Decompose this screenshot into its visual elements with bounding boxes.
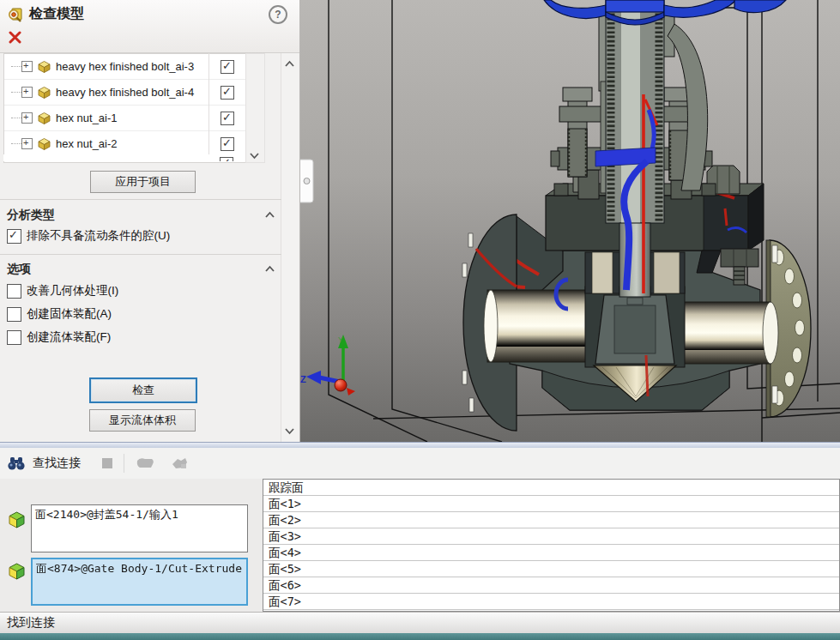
solid-body-icon	[7, 561, 27, 581]
expand-icon[interactable]	[21, 112, 33, 124]
tree-scrollbar[interactable]	[245, 53, 265, 163]
scroll-up-icon[interactable]	[284, 60, 295, 68]
option-row: 创建固体装配(A)	[7, 305, 264, 323]
option-checkbox[interactable]	[7, 229, 21, 244]
tree-row-partial	[3, 154, 245, 161]
face-selection-box[interactable]: 面<874>@Gate Body-1/Cut-Extrude	[31, 558, 248, 606]
flip-disabled-icon	[169, 456, 190, 471]
app-window: 检查模型 ?	[0, 0, 840, 640]
component-label: heavy hex finished bolt_ai-3	[56, 60, 194, 73]
option-label: 创建固体装配(A)	[27, 306, 112, 322]
tree-connector	[11, 92, 21, 93]
options-section-title: 选项	[7, 262, 31, 277]
scroll-down-icon[interactable]	[284, 427, 295, 435]
divider	[0, 254, 281, 255]
find-connections-toolbar: 查找连接	[0, 448, 840, 480]
find-connections-title: 查找连接	[33, 456, 81, 471]
isolate-disabled-icon	[135, 456, 157, 471]
triad-y-label: Y	[338, 335, 343, 344]
collapse-chevron-icon[interactable]	[264, 211, 275, 219]
tracking-face-row[interactable]: 面<3>	[263, 528, 839, 545]
component-tree: heavy hex finished bolt_ai-3 heavy hex	[3, 53, 246, 163]
tracking-face-list: 面<1> 面<2> 面<3> 面<4> 面<5> 面<6> 面<7>	[263, 496, 839, 610]
tracking-faces-pane: 跟踪面 面<1> 面<2> 面<3> 面<4> 面<5> 面<6> 面<7>	[263, 479, 840, 612]
part-icon	[37, 136, 51, 151]
tree-row[interactable]: hex nut_ai-1	[4, 106, 246, 131]
close-button[interactable]	[9, 31, 21, 44]
part-icon	[37, 111, 51, 125]
option-row: 排除不具备流动条件的腔(U)	[7, 227, 264, 245]
tree-connector	[11, 143, 21, 144]
face-selection-box[interactable]: 面<2140>@封盖54-1/输入1	[31, 504, 248, 552]
tree-connector	[11, 118, 21, 118]
panel-header: 检查模型 ?	[0, 0, 299, 53]
option-checkbox[interactable]	[7, 284, 21, 299]
tree-row[interactable]: hex nut_ai-2	[4, 131, 246, 157]
triad-z-label: Z	[300, 374, 306, 384]
tree-row[interactable]: heavy hex finished bolt_ai-3	[4, 54, 246, 80]
tree-row[interactable]: heavy hex finished bolt_ai-4	[4, 80, 246, 106]
option-label: 创建流体装配(F)	[27, 329, 111, 345]
expand-icon[interactable]	[21, 87, 33, 98]
stop-icon[interactable]	[101, 457, 113, 469]
status-text: 找到连接	[7, 615, 55, 631]
component-checkbox[interactable]	[221, 86, 234, 100]
option-checkbox[interactable]	[7, 330, 21, 345]
tracking-face-row[interactable]: 面<7>	[263, 594, 839, 610]
3d-viewport[interactable]: Y Z	[300, 0, 840, 442]
panel-splitter-handle[interactable]	[300, 160, 313, 202]
component-label: hex nut_ai-2	[56, 137, 118, 150]
tracking-header: 跟踪面	[263, 480, 839, 496]
component-label: heavy hex finished bolt_ai-4	[56, 86, 194, 99]
binoculars-icon	[7, 455, 26, 472]
component-checkbox[interactable]	[221, 60, 234, 74]
face-reference-text: 面<2140>@封盖54-1/输入1	[35, 508, 178, 521]
check-model-panel: 检查模型 ?	[0, 0, 300, 442]
option-row: 创建流体装配(F)	[7, 329, 264, 346]
face-reference-text: 面<874>@Gate Body-1/Cut-Extrude	[36, 562, 242, 575]
check-model-icon	[7, 6, 24, 23]
tracking-face-row[interactable]: 面<2>	[263, 512, 839, 528]
collapse-chevron-icon[interactable]	[264, 265, 275, 273]
tracking-face-row[interactable]: 面<6>	[263, 577, 839, 594]
option-row: 改善几何体处理(I)	[7, 282, 264, 299]
tree-column-divider	[208, 53, 209, 161]
apply-to-project-button[interactable]: 应用于项目	[90, 171, 196, 193]
scroll-down-icon[interactable]	[249, 152, 260, 160]
analysis-options: 排除不具备流动条件的腔(U)	[0, 227, 257, 251]
option-label: 改善几何体处理(I)	[27, 283, 118, 299]
tracking-face-row[interactable]: 面<1>	[263, 496, 839, 512]
part-icon	[37, 59, 51, 74]
selection-pane: 面<2140>@封盖54-1/输入1 面<874>@Gate Body-1/Cu…	[0, 479, 263, 612]
option-label: 排除不具备流动条件的腔(U)	[27, 228, 170, 244]
tracking-face-row[interactable]: 面<5>	[263, 561, 839, 577]
solid-body-icon	[7, 510, 27, 529]
component-label: hex nut_ai-1	[56, 112, 118, 124]
analysis-section-title: 分析类型	[7, 208, 55, 223]
panel-title: 检查模型	[29, 5, 84, 23]
tree-connector	[11, 66, 21, 67]
component-checkbox[interactable]	[221, 112, 234, 125]
status-bar: 找到连接	[0, 612, 840, 633]
toolbar-divider	[124, 454, 124, 473]
expand-icon[interactable]	[21, 61, 33, 72]
expand-icon[interactable]	[21, 138, 33, 149]
right-pipe-bore	[674, 302, 778, 364]
component-checkbox[interactable]	[221, 137, 234, 151]
check-button[interactable]: 检查	[89, 377, 197, 403]
divider	[0, 199, 281, 200]
help-icon[interactable]: ?	[269, 5, 287, 24]
part-icon	[37, 85, 51, 100]
option-checkbox[interactable]	[7, 307, 21, 322]
tracking-face-row[interactable]: 面<4>	[263, 545, 839, 561]
options-list: 改善几何体处理(I) 创建固体装配(A) 创建流体装配(F)	[0, 282, 257, 352]
taskbar-edge	[0, 633, 840, 640]
show-fluid-volume-button[interactable]: 显示流体体积	[89, 409, 196, 432]
panel-scrollbar[interactable]	[281, 53, 299, 442]
gate-wedge	[595, 287, 674, 364]
